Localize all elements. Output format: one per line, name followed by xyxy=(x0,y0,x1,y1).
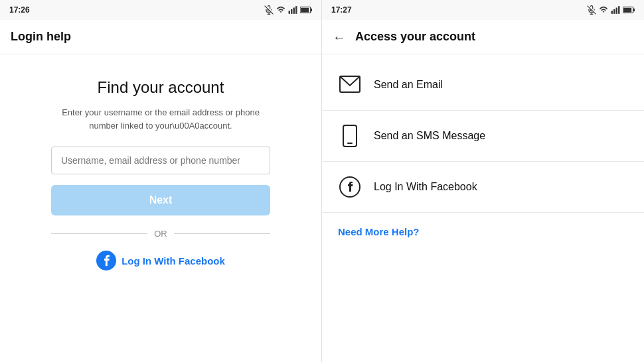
svg-rect-16 xyxy=(616,8,617,14)
back-button[interactable]: ← xyxy=(333,30,346,44)
username-input[interactable] xyxy=(51,147,270,174)
facebook-option-label: Log In With Facebook xyxy=(374,181,477,193)
sms-option-label: Send an SMS Message xyxy=(374,130,485,142)
or-line-right xyxy=(174,233,270,234)
status-time-2: 17:27 xyxy=(331,5,352,15)
facebook-icon xyxy=(96,251,116,271)
page-title-1: Login help xyxy=(11,30,71,44)
svg-rect-5 xyxy=(293,8,295,14)
email-option-icon xyxy=(338,73,362,97)
option-email[interactable]: Send an Email xyxy=(322,60,644,111)
svg-rect-8 xyxy=(311,9,312,12)
header-2: ← Access your account xyxy=(322,20,644,54)
time-1: 17:26 xyxy=(9,5,30,15)
mute-icon-2 xyxy=(587,5,596,15)
facebook-login-button[interactable]: Log In With Facebook xyxy=(96,251,225,271)
status-bar-2: 17:27 xyxy=(322,0,644,20)
option-facebook[interactable]: Log In With Facebook xyxy=(322,162,644,213)
mute-icon xyxy=(264,5,274,15)
panel-access-account: 17:27 ← Access your account Send an Emai… xyxy=(322,0,644,362)
signal-icon xyxy=(288,5,297,15)
svg-rect-19 xyxy=(633,9,635,12)
page-title-2: Access your account xyxy=(355,30,475,44)
main-content-1: Find your account Enter your username or… xyxy=(0,54,321,362)
svg-rect-6 xyxy=(295,6,297,14)
status-icons-2 xyxy=(587,5,635,15)
svg-rect-4 xyxy=(291,9,292,14)
wifi-icon xyxy=(276,5,285,15)
battery-icon-2 xyxy=(623,6,635,14)
time-2: 17:27 xyxy=(331,5,352,15)
or-label: OR xyxy=(154,229,167,239)
email-option-label: Send an Email xyxy=(374,79,443,91)
signal-icon-2 xyxy=(611,5,620,15)
phone-icon xyxy=(343,125,357,147)
option-sms[interactable]: Send an SMS Message xyxy=(322,111,644,162)
status-icons-1 xyxy=(264,5,312,15)
svg-rect-20 xyxy=(623,8,631,13)
panel-find-account: 17:26 Login help Find your account Enter… xyxy=(0,0,322,362)
header-1: Login help xyxy=(0,20,321,54)
or-divider: OR xyxy=(51,229,270,239)
battery-icon xyxy=(300,6,312,14)
svg-rect-14 xyxy=(611,11,613,14)
next-button[interactable]: Next xyxy=(51,185,270,215)
need-more-help-link[interactable]: Need More Help? xyxy=(322,213,644,251)
envelope-icon xyxy=(339,76,361,94)
svg-rect-17 xyxy=(618,6,619,14)
svg-rect-3 xyxy=(289,11,290,14)
status-bar-1: 17:26 xyxy=(0,0,321,20)
find-account-heading: Find your account xyxy=(98,78,224,97)
access-options-list: Send an Email Send an SMS Message xyxy=(322,54,644,362)
svg-rect-15 xyxy=(613,9,615,14)
wifi-icon-2 xyxy=(599,5,608,15)
svg-rect-9 xyxy=(301,8,309,13)
status-time-1: 17:26 xyxy=(9,5,30,15)
facebook-login-label: Log In With Facebook xyxy=(121,255,225,267)
find-account-desc: Enter your username or the email address… xyxy=(54,106,267,132)
or-line-left xyxy=(51,233,147,234)
fb-option-icon xyxy=(338,175,362,199)
sms-option-icon xyxy=(338,124,362,148)
facebook-circle-icon xyxy=(339,176,361,198)
